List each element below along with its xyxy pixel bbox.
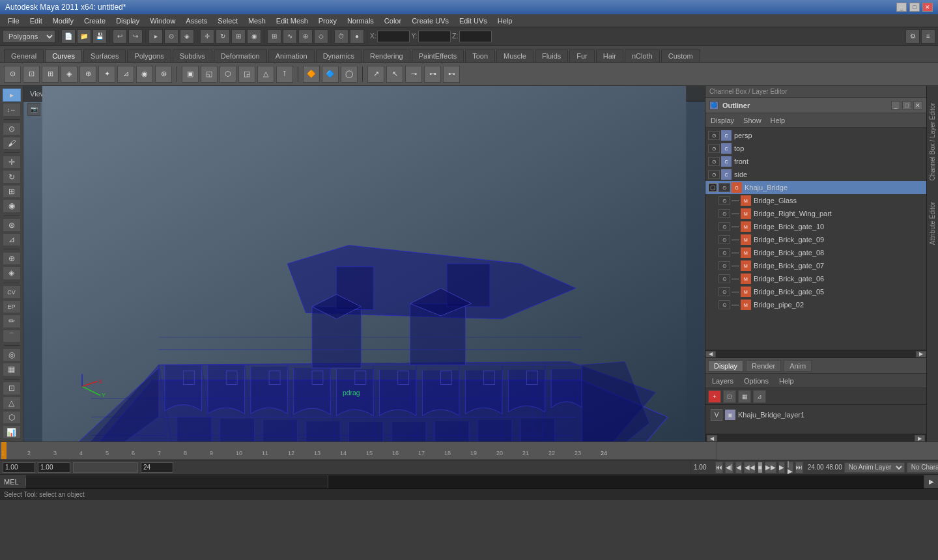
move-button[interactable]: ✛	[200, 29, 214, 44]
graph-button[interactable]: 📊	[3, 425, 21, 438]
shelf-tab-rendering[interactable]: Rendering	[363, 49, 410, 62]
go-start-button[interactable]: ⏮	[715, 462, 723, 473]
object-display-button[interactable]: ◎	[3, 348, 21, 361]
shelf-tab-fur[interactable]: Fur	[569, 49, 595, 62]
menu-edit-mesh[interactable]: Edit Mesh	[271, 16, 313, 26]
cb-sub-layers[interactable]: Layers	[708, 376, 737, 386]
mode-dropdown[interactable]: Polygons Surfaces Dynamics Rendering Ani…	[3, 30, 55, 43]
play-back-button[interactable]: ◀◀	[744, 462, 756, 473]
prev-frame-button[interactable]: ◀	[735, 462, 742, 473]
cluster-button[interactable]: ◈	[3, 266, 21, 279]
scale-tool-button[interactable]: ⊞	[3, 185, 21, 198]
anim-layer-dropdown[interactable]: No Anim Layer	[844, 462, 905, 473]
outliner-content[interactable]: ⊙ C persp ⊙ C top ⊙ C front ⊙	[705, 128, 926, 350]
shelf-tab-dynamics[interactable]: Dynamics	[316, 49, 362, 62]
shelf-tab-curves[interactable]: Curves	[45, 49, 82, 62]
menu-create-uvs[interactable]: Create UVs	[406, 16, 454, 26]
paint-select-button[interactable]: 🖌	[3, 137, 21, 150]
transform-button[interactable]: ◉	[3, 199, 21, 212]
channel-button[interactable]: ≡	[921, 29, 935, 44]
next-frame-button[interactable]: ▶	[778, 462, 785, 473]
range-slider[interactable]	[73, 462, 138, 473]
maximize-button[interactable]: □	[909, 3, 920, 12]
universal-manip-button[interactable]: ◉	[247, 29, 261, 44]
shelf-icon-10[interactable]: ▣	[182, 66, 199, 83]
scroll-left[interactable]: ◀	[705, 351, 716, 357]
shelf-icon-17[interactable]: 🔷	[322, 66, 339, 83]
close-button[interactable]: ✕	[922, 3, 933, 12]
cb-sub-help[interactable]: Help	[775, 376, 798, 386]
layer-khaju-bridge[interactable]: V ▣ Khaju_Bridge_layer1	[708, 408, 924, 422]
shelf-icon-8[interactable]: ◉	[136, 66, 153, 83]
minimize-button[interactable]: _	[896, 3, 907, 12]
shelf-tab-general[interactable]: General	[4, 49, 44, 62]
shelf-icon-7[interactable]: ⊿	[117, 66, 134, 83]
menu-proxy[interactable]: Proxy	[313, 16, 342, 26]
outliner-minimize[interactable]: _	[891, 101, 900, 110]
timeline[interactable]: 1 2 3 4 5 6 7 8 9 10 11 12 13 14 15 16 1…	[0, 442, 717, 460]
outliner-item-gate07[interactable]: ⊙ M Bridge_Brick_gate_07	[705, 259, 926, 272]
char-set-dropdown[interactable]: No Character Set	[907, 462, 938, 473]
outliner-scrollbar-horizontal[interactable]: ◀ ▶	[705, 350, 926, 357]
cb-tab-render[interactable]: Render	[746, 360, 781, 372]
current-frame-field[interactable]	[38, 462, 70, 473]
group-expand-icon[interactable]: ▢	[708, 183, 717, 192]
outliner-item-gate05[interactable]: ⊙ M Bridge_Brick_gate_05	[705, 285, 926, 298]
shelf-icon-14[interactable]: △	[257, 66, 274, 83]
menu-window[interactable]: Window	[145, 16, 180, 26]
menu-assets[interactable]: Assets	[180, 16, 212, 26]
view-all-button[interactable]: ⊡	[3, 382, 21, 395]
shelf-tab-animation[interactable]: Animation	[268, 49, 315, 62]
translate-button[interactable]: ✛	[3, 156, 21, 169]
open-button[interactable]: 📁	[77, 29, 91, 44]
cb-scroll-left[interactable]: ◀	[707, 435, 717, 441]
menu-select[interactable]: Select	[212, 16, 243, 26]
shelf-icon-16[interactable]: 🔶	[303, 66, 320, 83]
scale-button[interactable]: ⊞	[231, 29, 246, 44]
command-input[interactable]	[26, 475, 328, 488]
shelf-tab-surfaces[interactable]: Surfaces	[83, 49, 126, 62]
outliner-menu-show[interactable]: Show	[741, 115, 764, 126]
show-manip-button[interactable]: ⊕	[3, 252, 21, 265]
shelf-tab-custom[interactable]: Custom	[661, 49, 700, 62]
outliner-item-persp[interactable]: ⊙ C persp	[705, 129, 926, 142]
menu-mesh[interactable]: Mesh	[243, 16, 271, 26]
lasso-tool-button[interactable]: ⊙	[3, 122, 21, 135]
pencil-button[interactable]: ✏	[3, 315, 21, 328]
outliner-item-front[interactable]: ⊙ C front	[705, 155, 926, 168]
cb-tool-option2[interactable]: ▦	[738, 390, 751, 403]
cb-scroll-right[interactable]: ▶	[915, 435, 925, 441]
snap-point-button[interactable]: ⊕	[298, 29, 313, 44]
go-end-button[interactable]: ⏭	[795, 462, 803, 473]
curve-cv-button[interactable]: CV	[3, 285, 21, 298]
outliner-menu-help[interactable]: Help	[768, 115, 788, 126]
outliner-item-side[interactable]: ⊙ C side	[705, 168, 926, 181]
soft-mod-button[interactable]: ⊛	[3, 218, 21, 231]
viewport[interactable]: View Shading Lighting Show Renderer Pane…	[23, 86, 705, 441]
shelf-icon-1[interactable]: ⊙	[4, 66, 21, 83]
shelf-icon-2[interactable]: ⊡	[23, 66, 40, 83]
shelf-tab-polygons[interactable]: Polygons	[127, 49, 171, 62]
shelf-icon-3[interactable]: ⊞	[42, 66, 59, 83]
menu-create[interactable]: Create	[79, 16, 111, 26]
stop-button[interactable]: ■	[758, 462, 763, 473]
cb-tab-anim[interactable]: Anim	[784, 360, 812, 372]
settings-button[interactable]: ⚙	[905, 29, 920, 44]
outliner-item-pipe02[interactable]: ⊙ M Bridge_pipe_02	[705, 298, 926, 311]
shelf-tab-deformation[interactable]: Deformation	[214, 49, 267, 62]
shelf-icon-15[interactable]: ⊺	[276, 66, 293, 83]
history-button[interactable]: ⏱	[334, 29, 348, 44]
render-view-button[interactable]: △	[3, 397, 21, 410]
cb-tool-new-layer[interactable]: +	[708, 390, 721, 403]
shelf-icon-6[interactable]: ✦	[98, 66, 115, 83]
shelf-tab-muscle[interactable]: Muscle	[496, 49, 533, 62]
shelf-icon-19[interactable]: ↗	[367, 66, 384, 83]
three-pt-arc-button[interactable]: ⌒	[3, 329, 21, 343]
frame-field[interactable]	[141, 462, 173, 473]
menu-help[interactable]: Help	[492, 16, 518, 26]
outliner-item-gate09[interactable]: ⊙ M Bridge_Brick_gate_09	[705, 233, 926, 246]
layer-button[interactable]: ▦	[3, 363, 21, 376]
snap-grid-button[interactable]: ⊞	[267, 29, 281, 44]
render-button[interactable]: ●	[350, 29, 364, 44]
shelf-tab-fluids[interactable]: Fluids	[535, 49, 568, 62]
